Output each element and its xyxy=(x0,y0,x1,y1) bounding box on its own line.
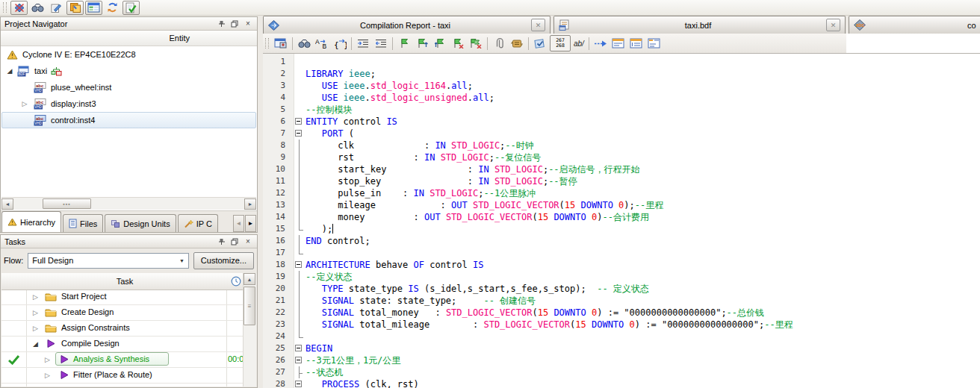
code-line[interactable]: 16END control; xyxy=(263,235,980,247)
code-text[interactable]: rst : IN STD_LOGIC;--复位信号 xyxy=(306,151,541,163)
code-text[interactable]: SIGNAL total_mileage : STD_LOGIC_VECTOR(… xyxy=(306,319,793,331)
tree-row-pluse-wheel[interactable]: abcVHD pluse_wheel:inst xyxy=(1,79,257,96)
collapsed-arrow-icon[interactable]: ▷ xyxy=(20,100,29,107)
collapsed-arrow-icon[interactable]: ▷ xyxy=(33,293,38,301)
status-window-icon[interactable] xyxy=(85,1,102,15)
tabs-scroll-right-icon[interactable]: ► xyxy=(245,215,256,232)
code-line[interactable]: 8 clk : IN STD_LOGIC;--时钟 xyxy=(263,140,980,151)
syntax-check-icon[interactable] xyxy=(531,35,549,51)
close-icon[interactable]: ✕ xyxy=(531,19,545,31)
tree-row-device[interactable]: Cyclone IV E: EP4CE10E22C8 xyxy=(1,46,257,63)
code-text[interactable]: money : OUT STD_LOGIC_VECTOR(15 DOWNTO 0… xyxy=(306,211,649,223)
bookmark-prev-icon[interactable] xyxy=(431,35,449,51)
pane-bottom-icon[interactable] xyxy=(645,35,663,51)
collapsed-arrow-icon[interactable]: ▷ xyxy=(45,356,50,363)
code-text[interactable]: --定义状态 xyxy=(306,271,352,283)
scrollbar-thumb[interactable]: ▪▪▪ xyxy=(43,198,91,209)
code-line[interactable]: 24 xyxy=(263,331,980,342)
code-text[interactable]: USE ieee.std_logic_1164.all; xyxy=(306,80,473,92)
tasks-table-header[interactable]: Task xyxy=(1,273,256,290)
task-row[interactable]: ▷ Analysis & Synthesis 00:0 xyxy=(1,352,244,368)
design-check-icon[interactable] xyxy=(122,1,140,15)
code-editor[interactable]: 12LIBRARY ieee;3 USE ieee.std_logic_1164… xyxy=(263,54,980,388)
tab-compilation-report[interactable]: Compilation Report - taxi ✕ xyxy=(263,16,551,34)
toolbar-grip[interactable] xyxy=(265,38,269,48)
whitespace-icon[interactable]: ab/ xyxy=(571,35,586,51)
bookmark-next-icon[interactable] xyxy=(413,35,431,51)
insert-template-icon[interactable] xyxy=(508,35,526,51)
code-text[interactable]: END control; xyxy=(306,235,370,247)
code-text[interactable]: SIGNAL state: state_type; -- 创建信号 xyxy=(306,295,536,307)
match-brackets-icon[interactable]: { } xyxy=(331,35,349,51)
code-text[interactable]: mileage : OUT STD_LOGIC_VECTOR(15 DOWNTO… xyxy=(306,199,663,211)
tree-row-taxi[interactable]: ◢ BDF taxi xyxy=(1,63,257,79)
code-line[interactable]: 11 stop_key : IN STD_LOGIC;--暂停 xyxy=(263,175,980,187)
code-text[interactable]: SIGNAL total_money : STD_LOGIC_VECTOR(15… xyxy=(306,307,764,319)
code-line[interactable]: 3 USE ieee.std_logic_1164.all; xyxy=(263,80,980,92)
expanded-arrow-icon[interactable]: ◢ xyxy=(33,340,38,348)
scroll-right-icon[interactable]: ► xyxy=(244,198,256,210)
entity-column-header[interactable]: Entity xyxy=(1,31,257,46)
code-text[interactable]: stop_key : IN STD_LOGIC;--暂停 xyxy=(306,175,577,187)
collapsed-arrow-icon[interactable]: ▷ xyxy=(45,372,50,379)
indent-icon[interactable] xyxy=(354,35,372,51)
task-row[interactable]: ▷ Start Project xyxy=(1,290,244,305)
code-line[interactable]: 1 xyxy=(263,56,980,68)
code-line[interactable]: 4 USE ieee.std_logic_unsigned.all; xyxy=(263,92,980,104)
code-text[interactable]: BEGIN xyxy=(306,342,332,354)
text-editor-icon[interactable] xyxy=(48,1,65,15)
code-text[interactable]: pulse_in : IN STD_LOGIC;--1公里脉冲 xyxy=(306,187,536,199)
expanded-arrow-icon[interactable]: ◢ xyxy=(5,67,14,75)
code-line[interactable]: 5--控制模块 xyxy=(263,104,980,116)
code-line[interactable]: 25BEGIN xyxy=(263,342,980,354)
bookmark-delete-all-icon[interactable] xyxy=(467,35,485,51)
code-text[interactable]: ARCHITECTURE behave OF control IS xyxy=(306,259,483,271)
bookmark-delete-icon[interactable] xyxy=(449,35,467,51)
code-text[interactable]: USE ieee.std_logic_unsigned.all; xyxy=(306,92,494,104)
notes-icon[interactable] xyxy=(66,1,84,15)
code-line[interactable]: 7 PORT ( xyxy=(263,128,980,140)
code-text[interactable]: LIBRARY ieee; xyxy=(306,68,376,80)
tab-control-vhd[interactable]: abc co xyxy=(849,16,980,34)
tabs-scroll-left-icon[interactable]: ◄ xyxy=(233,215,244,232)
outdent-icon[interactable] xyxy=(372,35,390,51)
fold-marker-icon[interactable] xyxy=(294,128,306,140)
close-icon[interactable]: × xyxy=(243,19,253,28)
collapsed-arrow-icon[interactable]: ▷ xyxy=(33,325,38,332)
code-text[interactable]: ); xyxy=(306,223,333,235)
code-text[interactable]: ENTITY control IS xyxy=(306,116,397,128)
float-icon[interactable] xyxy=(229,19,240,28)
pin-icon[interactable] xyxy=(216,237,226,246)
code-line[interactable]: 17 xyxy=(263,247,980,259)
fold-marker-icon[interactable] xyxy=(294,342,306,354)
code-line[interactable]: 18ARCHITECTURE behave OF control IS xyxy=(263,259,980,271)
fold-marker-icon[interactable] xyxy=(294,354,306,366)
code-text[interactable]: --状态机 xyxy=(306,366,343,378)
flow-select[interactable]: Full Design ▼ xyxy=(28,253,189,269)
scroll-left-icon[interactable]: ◄ xyxy=(1,198,13,210)
refresh-icon[interactable] xyxy=(104,1,121,15)
editor-settings-icon[interactable] xyxy=(272,35,290,51)
code-line[interactable]: 6ENTITY control IS xyxy=(263,116,980,128)
fold-marker-icon[interactable] xyxy=(294,116,306,128)
close-icon[interactable]: × xyxy=(243,237,253,246)
tasks-vertical-scrollbar[interactable]: ▲ ≡ xyxy=(243,273,256,387)
tab-design-units[interactable]: Design Units xyxy=(105,214,176,232)
find-icon[interactable] xyxy=(29,1,46,15)
code-line[interactable]: 23 SIGNAL total_mileage : STD_LOGIC_VECT… xyxy=(263,319,980,331)
code-line[interactable]: 9 rst : IN STD_LOGIC;--复位信号 xyxy=(263,151,980,163)
code-text[interactable]: PORT ( xyxy=(306,128,354,140)
float-icon[interactable] xyxy=(229,237,240,246)
code-line[interactable]: 19--定义状态 xyxy=(263,271,980,283)
code-line[interactable]: 20 TYPE state_type IS (s_idel,s_start,s_… xyxy=(263,283,980,295)
tab-hierarchy[interactable]: Hierarchy xyxy=(1,211,61,232)
code-text[interactable]: PROCESS (clk, rst) xyxy=(306,378,419,388)
tab-ip-components[interactable]: IP C xyxy=(178,214,218,232)
find-icon[interactable] xyxy=(295,35,313,51)
code-text[interactable]: TYPE state_type IS (s_idel,s_start,s_fee… xyxy=(306,283,649,295)
tab-taxi-bdf[interactable]: taxi.bdf ✕ xyxy=(553,16,846,34)
code-line[interactable]: 10 start_key : IN STD_LOGIC;--启动信号，行程开始 xyxy=(263,163,980,175)
code-line[interactable]: 12 pulse_in : IN STD_LOGIC;--1公里脉冲 xyxy=(263,187,980,199)
bookmark-toggle-icon[interactable] xyxy=(395,35,413,51)
tree-row-display[interactable]: ▷ abcVHD display:inst3 xyxy=(1,96,257,112)
